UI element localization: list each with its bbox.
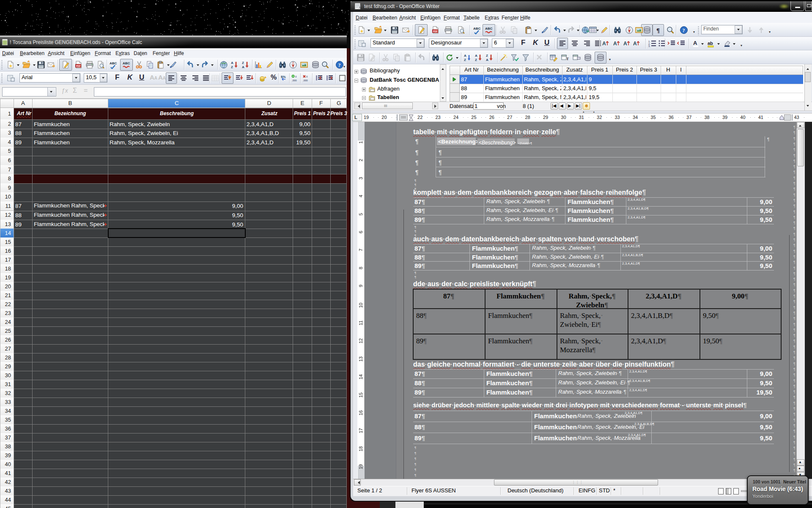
- svg-text:PDF: PDF: [76, 65, 81, 67]
- svg-text:ABC: ABC: [110, 61, 117, 65]
- svg-text:?: ?: [683, 28, 685, 33]
- svg-text:A: A: [623, 41, 627, 47]
- svg-text:ABC: ABC: [485, 27, 493, 30]
- svg-text:0: 0: [295, 75, 297, 78]
- svg-text:A: A: [475, 54, 477, 58]
- svg-text:A: A: [231, 61, 233, 65]
- svg-text:ABC: ABC: [123, 61, 130, 65]
- svg-text:A: A: [464, 54, 466, 58]
- svg-text:3.: 3.: [648, 45, 650, 47]
- svg-text:A: A: [602, 41, 606, 47]
- svg-text:0: 0: [306, 75, 308, 78]
- svg-text:PDF: PDF: [433, 30, 438, 33]
- svg-text:A: A: [242, 65, 244, 69]
- svg-text:A: A: [693, 40, 697, 46]
- svg-text:A: A: [486, 58, 488, 62]
- svg-text:Z: Z: [475, 58, 477, 62]
- svg-text:Z: Z: [486, 54, 488, 58]
- svg-text:ABC: ABC: [473, 27, 481, 30]
- svg-text:Z: Z: [464, 58, 466, 62]
- svg-text:A: A: [613, 41, 617, 47]
- svg-text:¶: ¶: [656, 27, 660, 34]
- svg-text:,000: ,000: [292, 79, 297, 82]
- svg-text:Z: Z: [242, 61, 244, 65]
- svg-text:ab: ab: [708, 41, 713, 46]
- svg-text:?: ?: [338, 62, 341, 68]
- svg-text:Z: Z: [231, 65, 233, 69]
- svg-text:T: T: [566, 57, 569, 61]
- svg-text:,000: ,000: [303, 79, 308, 82]
- svg-text:A: A: [633, 41, 637, 47]
